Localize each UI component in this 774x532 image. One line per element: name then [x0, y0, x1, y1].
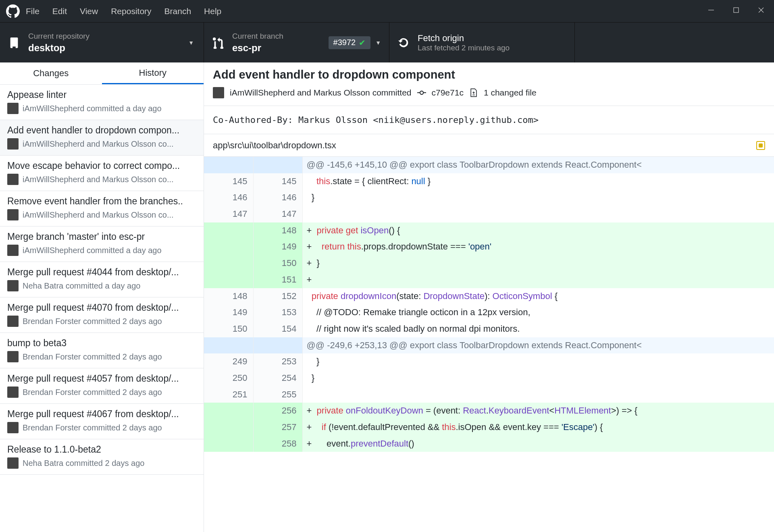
avatar — [7, 245, 19, 256]
new-line-num: 150 — [253, 255, 302, 272]
repo-label: Current repository — [28, 32, 89, 41]
diff-view[interactable]: @@ -145,6 +145,10 @@ export class Toolba… — [204, 157, 774, 532]
new-line-num: 257 — [253, 419, 302, 436]
commit-item[interactable]: Add event handler to dropdown compon... … — [0, 120, 204, 156]
commit-list[interactable]: Appease linter iAmWillShepherd committed… — [0, 85, 204, 532]
file-bar[interactable]: app\src\ui\toolbar\dropdown.tsx — [204, 134, 774, 157]
sha: c79e71c — [432, 88, 464, 98]
new-line-num — [253, 337, 302, 354]
avatar — [213, 87, 224, 98]
coauthor-line: Co-Authored-By: Markus Olsson <niik@user… — [204, 106, 774, 134]
menu-file[interactable]: File — [26, 6, 40, 16]
commit-item[interactable]: Merge pull request #4057 from desktop/..… — [0, 368, 204, 404]
commit-item[interactable]: Merge branch 'master' into esc-pr iAmWil… — [0, 227, 204, 262]
app-menu: File Edit View Repository Branch Help — [26, 6, 708, 16]
file-diff-icon — [469, 88, 478, 97]
commit-item[interactable]: Merge pull request #4044 from desktop/..… — [0, 262, 204, 297]
avatar — [7, 351, 19, 362]
diff-code: + event.preventDefault() — [302, 436, 774, 452]
tab-history[interactable]: History — [102, 62, 204, 84]
repo-selector[interactable]: Current repository desktop ▼ — [0, 23, 204, 62]
modified-icon — [756, 141, 765, 150]
diff-line: 151+ — [204, 272, 774, 288]
pr-number: #3972 — [333, 38, 356, 47]
menu-help[interactable]: Help — [204, 6, 221, 16]
old-line-num: 149 — [204, 304, 253, 321]
fetch-sub: Last fetched 2 minutes ago — [418, 44, 510, 52]
old-line-num — [204, 239, 253, 255]
file-path: app\src\ui\toolbar\dropdown.tsx — [213, 140, 336, 151]
diff-line: 145145 this.state = { clientRect: null } — [204, 173, 774, 190]
commit-item-title: Remove event handler from the branches.. — [7, 196, 196, 207]
diff-line: 150154 // right now it's scaled badly on… — [204, 321, 774, 337]
new-line-num: 146 — [253, 189, 302, 206]
diff-code: } — [302, 189, 774, 206]
old-line-num: 150 — [204, 321, 253, 337]
diff-code: + return this.props.dropdownState === 'o… — [302, 239, 774, 255]
commit-item-title: Merge branch 'master' into esc-pr — [7, 231, 196, 242]
titlebar: File Edit View Repository Branch Help — [0, 0, 774, 22]
commit-item[interactable]: Merge pull request #4070 from desktop/..… — [0, 297, 204, 333]
fetch-button[interactable]: Fetch origin Last fetched 2 minutes ago — [389, 23, 575, 62]
branch-value: esc-pr — [232, 42, 283, 54]
commit-item-title: Merge pull request #4057 from desktop/..… — [7, 373, 196, 384]
diff-line: 250254 } — [204, 370, 774, 387]
commit-item[interactable]: Release to 1.1.0-beta2 Neha Batra commit… — [0, 439, 204, 475]
menu-view[interactable]: View — [80, 6, 98, 16]
diff-code: } — [302, 370, 774, 387]
sidebar: Changes History Appease linter iAmWillSh… — [0, 62, 204, 532]
avatar — [7, 103, 19, 114]
commit-item-title: Merge pull request #4067 from desktop/..… — [7, 409, 196, 420]
menu-repository[interactable]: Repository — [111, 6, 151, 16]
minimize-icon[interactable] — [708, 7, 714, 15]
new-line-num: 151 — [253, 272, 302, 288]
files-changed: 1 changed file — [484, 88, 537, 98]
commit-item-title: bump to beta3 — [7, 338, 196, 349]
commit-item-meta: Brendan Forster committed 2 days ago — [23, 317, 162, 326]
old-line-num — [204, 436, 253, 452]
commit-item-meta: iAmWillShepherd committed a day ago — [23, 246, 162, 255]
diff-code — [302, 387, 774, 403]
chevron-down-icon: ▼ — [375, 39, 381, 46]
diff-line: 251255 — [204, 387, 774, 403]
commit-item[interactable]: Merge pull request #4067 from desktop/..… — [0, 404, 204, 439]
commit-item[interactable]: Move escape behavior to correct compo...… — [0, 156, 204, 191]
diff-code: } — [302, 353, 774, 370]
diff-code: @@ -249,6 +253,13 @@ export class Toolba… — [302, 337, 774, 354]
menu-branch[interactable]: Branch — [164, 6, 191, 16]
close-icon[interactable] — [758, 7, 764, 15]
commit-item-meta: Brendan Forster committed 2 days ago — [23, 352, 162, 362]
branch-selector[interactable]: Current branch esc-pr #3972 ✔ ▼ — [204, 23, 389, 62]
new-line-num: 147 — [253, 206, 302, 222]
old-line-num: 145 — [204, 173, 253, 190]
new-line-num — [253, 157, 302, 173]
old-line-num: 147 — [204, 206, 253, 222]
tab-changes[interactable]: Changes — [0, 62, 102, 84]
tabs: Changes History — [0, 62, 204, 85]
maximize-icon[interactable] — [733, 7, 739, 15]
main: Changes History Appease linter iAmWillSh… — [0, 62, 774, 532]
diff-code — [302, 206, 774, 222]
pr-badge: #3972 ✔ — [329, 36, 371, 49]
diff-line: 257+ if (!event.defaultPrevented && this… — [204, 419, 774, 436]
diff-code: this.state = { clientRect: null } — [302, 173, 774, 190]
avatar — [7, 174, 19, 185]
commit-item[interactable]: Remove event handler from the branches..… — [0, 191, 204, 227]
menu-edit[interactable]: Edit — [52, 6, 67, 16]
diff-line: 148152 private dropdownIcon(state: Dropd… — [204, 288, 774, 305]
new-line-num: 255 — [253, 387, 302, 403]
diff-code: // @TODO: Remake triangle octicon in a 1… — [302, 304, 774, 321]
content: Add event handler to dropdown component … — [204, 62, 774, 532]
diff-line: @@ -249,6 +253,13 @@ export class Toolba… — [204, 337, 774, 354]
new-line-num: 258 — [253, 436, 302, 452]
commit-item[interactable]: bump to beta3 Brendan Forster committed … — [0, 333, 204, 368]
old-line-num: 250 — [204, 370, 253, 387]
diff-line: 149153 // @TODO: Remake triangle octicon… — [204, 304, 774, 321]
commit-item-meta: Neha Batra committed a day ago — [23, 281, 140, 291]
topbar: Current repository desktop ▼ Current bra… — [0, 22, 774, 62]
commit-item-meta: Brendan Forster committed 2 days ago — [23, 388, 162, 397]
commit-item[interactable]: Appease linter iAmWillShepherd committed… — [0, 85, 204, 120]
commit-title: Add event handler to dropdown component — [213, 68, 765, 81]
commit-item-title: Merge pull request #4044 from desktop/..… — [7, 267, 196, 278]
diff-line: 148+ private get isOpen() { — [204, 222, 774, 239]
